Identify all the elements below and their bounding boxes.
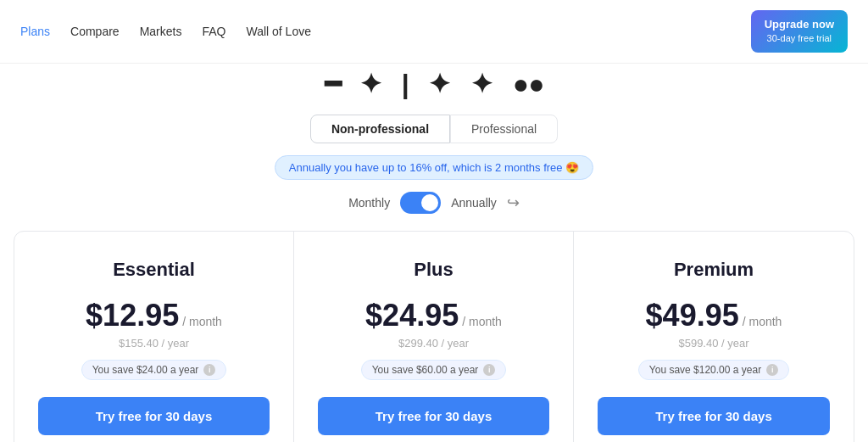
plan-essential-price: $12.95 [86, 298, 179, 333]
plan-premium: Premium $49.95 / month $599.40 / year Yo… [574, 232, 854, 442]
plan-plus-savings: You save $60.00 a year i [361, 360, 507, 380]
savings-banner: Annually you have up to 16% off, which i… [0, 155, 868, 180]
try-btn-premium[interactable]: Try free for 30 days [598, 397, 830, 435]
plan-essential-period: / month [182, 315, 222, 328]
nav-markets[interactable]: Markets [140, 25, 182, 38]
plan-essential-name: Essential [113, 259, 195, 281]
nav-faq[interactable]: FAQ [202, 25, 225, 38]
info-icon-premium[interactable]: i [766, 364, 778, 376]
plan-plus: Plus $24.95 / month $299.40 / year You s… [294, 232, 574, 442]
plan-premium-name: Premium [674, 259, 754, 281]
plan-premium-price-row: $49.95 / month [646, 298, 782, 333]
plan-plus-price-row: $24.95 / month [365, 298, 502, 333]
savings-pill: Annually you have up to 16% off, which i… [275, 155, 593, 180]
nav: Plans Compare Markets FAQ Wall of Love [20, 25, 311, 38]
logo-bar: ━ ✦ | ✦ ✦ ●● [0, 64, 868, 101]
plan-essential-yearly: $155.40 / year [119, 337, 189, 350]
try-btn-essential[interactable]: Try free for 30 days [38, 397, 270, 435]
billing-toggle: Monthly Annually ↩ [0, 192, 868, 214]
plan-premium-savings: You save $120.00 a year i [638, 360, 789, 380]
tab-non-professional[interactable]: Non-professional [310, 115, 450, 143]
annually-label: Annually [451, 196, 497, 210]
plan-tabs: Non-professional Professional [0, 115, 868, 143]
plan-plus-price: $24.95 [365, 298, 459, 333]
plans-container: Essential $12.95 / month $155.40 / year … [14, 231, 854, 442]
plan-essential: Essential $12.95 / month $155.40 / year … [14, 232, 294, 442]
info-icon-plus[interactable]: i [483, 364, 495, 376]
try-btn-plus[interactable]: Try free for 30 days [318, 397, 549, 435]
toggle-knob [421, 194, 438, 211]
tab-professional[interactable]: Professional [450, 115, 558, 143]
monthly-label: Monthly [348, 196, 390, 210]
arrow-icon: ↩ [507, 193, 520, 212]
nav-compare[interactable]: Compare [70, 25, 120, 38]
info-icon-essential[interactable]: i [203, 364, 215, 376]
plan-essential-price-row: $12.95 / month [86, 298, 222, 333]
header: Plans Compare Markets FAQ Wall of Love U… [0, 0, 868, 64]
plan-essential-savings: You save $24.00 a year i [81, 360, 227, 380]
plan-premium-period: / month [743, 315, 782, 328]
nav-wall-of-love[interactable]: Wall of Love [246, 25, 311, 38]
plan-premium-price: $49.95 [646, 298, 739, 333]
plan-plus-yearly: $299.40 / year [398, 337, 469, 350]
plan-premium-yearly: $599.40 / year [678, 337, 748, 350]
plan-plus-period: / month [462, 315, 502, 328]
billing-toggle-switch[interactable] [400, 192, 441, 214]
upgrade-button[interactable]: Upgrade now 30-day free trial [751, 10, 848, 53]
plan-plus-name: Plus [414, 259, 453, 281]
nav-plans[interactable]: Plans [20, 25, 50, 38]
